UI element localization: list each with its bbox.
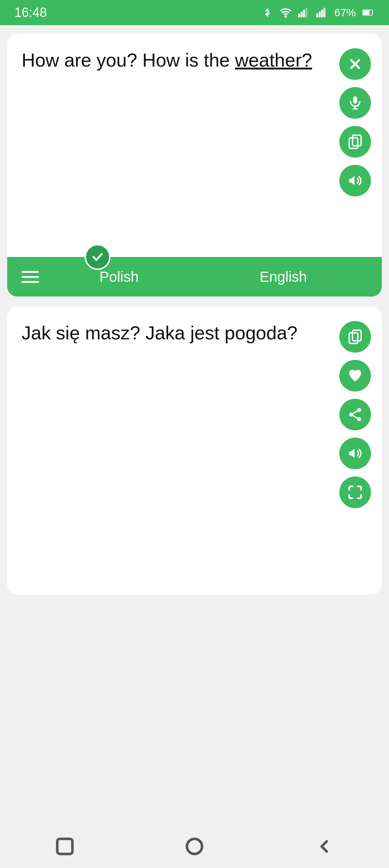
signal-icon (298, 7, 310, 18)
heart-icon (347, 368, 363, 384)
battery-icon (362, 8, 375, 17)
microphone-icon (347, 95, 363, 111)
menu-line-2 (22, 276, 39, 278)
svg-rect-2 (301, 12, 303, 17)
check-icon (90, 250, 105, 264)
svg-marker-24 (349, 449, 355, 458)
nav-home-button[interactable] (177, 829, 212, 864)
bottom-card-actions (339, 321, 371, 573)
svg-rect-6 (319, 12, 321, 17)
status-bar: 16:48 67% (0, 0, 389, 25)
svg-point-20 (349, 413, 353, 417)
svg-rect-18 (349, 333, 358, 343)
svg-line-22 (353, 416, 358, 418)
language-selector: Polish English (39, 269, 367, 285)
svg-point-0 (285, 16, 286, 17)
copy-button-bottom[interactable] (339, 321, 371, 353)
battery-text: 67% (334, 6, 356, 19)
status-time: 16:48 (14, 5, 47, 20)
close-button[interactable] (339, 48, 371, 80)
svg-rect-25 (57, 839, 72, 854)
menu-button[interactable] (22, 271, 39, 283)
svg-rect-8 (323, 8, 325, 18)
svg-point-26 (187, 839, 202, 854)
circle-icon (184, 836, 205, 856)
share-button[interactable] (339, 399, 371, 430)
microphone-button[interactable] (339, 87, 371, 119)
svg-rect-7 (321, 10, 323, 17)
svg-rect-11 (353, 96, 357, 104)
svg-rect-1 (298, 14, 300, 18)
svg-rect-10 (363, 10, 369, 15)
polish-button[interactable]: Polish (85, 269, 153, 285)
check-badge (85, 244, 111, 270)
copy-icon-bottom (347, 329, 363, 345)
speaker-icon-bottom (347, 446, 363, 461)
source-text-part1: How are you? How is the (22, 50, 235, 71)
back-icon (314, 836, 334, 856)
close-icon (347, 56, 363, 72)
nav-back-button[interactable] (307, 829, 341, 864)
square-icon (55, 836, 75, 856)
nav-bar (0, 825, 389, 868)
nav-recents-button[interactable] (48, 829, 82, 864)
share-icon (347, 407, 363, 422)
speaker-button-bottom[interactable] (339, 438, 371, 469)
english-button[interactable]: English (245, 269, 321, 285)
copy-icon-top (347, 134, 363, 150)
top-card: How are you? How is the weather? (7, 34, 382, 257)
svg-point-21 (357, 417, 361, 421)
speaker-button-top[interactable] (339, 165, 371, 196)
speaker-icon-top (347, 173, 363, 189)
signal-icon-2 (316, 7, 328, 18)
svg-line-23 (353, 411, 358, 413)
source-text: How are you? How is the weather? (22, 48, 332, 214)
copy-button-top[interactable] (339, 126, 371, 158)
svg-rect-4 (305, 8, 307, 18)
status-icons: 67% (262, 6, 375, 19)
menu-line-3 (22, 281, 39, 283)
wifi-icon (280, 6, 292, 19)
menu-line-1 (22, 271, 39, 273)
svg-rect-5 (316, 14, 318, 18)
svg-marker-16 (349, 176, 355, 185)
svg-rect-14 (353, 135, 361, 146)
main-content: How are you? How is the weather? (0, 25, 389, 825)
top-card-actions (339, 48, 371, 214)
expand-icon (347, 484, 363, 500)
toolbar: Polish English (7, 257, 382, 297)
bluetooth-icon (262, 7, 273, 18)
source-text-part2: weather? (235, 50, 312, 71)
svg-rect-15 (349, 138, 358, 148)
svg-rect-3 (303, 10, 305, 17)
bottom-card: Jak się masz? Jaka jest pogoda? (7, 307, 382, 595)
translated-text: Jak się masz? Jaka jest pogoda? (22, 321, 332, 573)
svg-point-19 (357, 408, 361, 412)
svg-rect-17 (353, 330, 361, 341)
expand-button[interactable] (339, 476, 371, 508)
favorite-button[interactable] (339, 360, 371, 392)
